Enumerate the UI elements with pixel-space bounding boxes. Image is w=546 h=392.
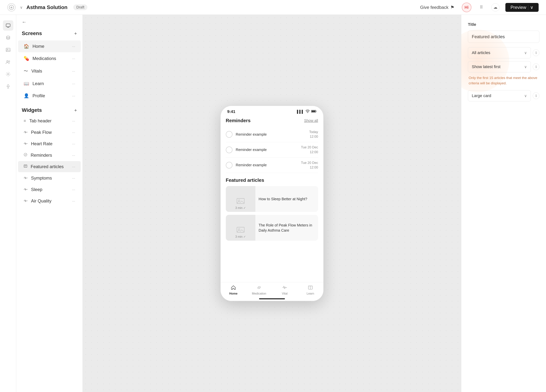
preview-dropdown-icon[interactable]: ∨ xyxy=(528,5,533,10)
sidebar-icon-screens[interactable] xyxy=(3,20,13,31)
widget-item-symptoms[interactable]: Symptoms ··· xyxy=(18,173,81,184)
read-time: 3 min ✓ xyxy=(235,206,246,210)
home-dots[interactable]: ··· xyxy=(72,44,75,49)
vitals-dots[interactable]: ··· xyxy=(72,69,75,73)
tab-header-icon: ≡ xyxy=(24,118,26,123)
card-style-label: Large card xyxy=(472,93,491,98)
sort-info-icon[interactable]: ℹ xyxy=(533,64,539,70)
article-title: How to Sleep Better at Night? xyxy=(259,196,307,202)
home-indicator xyxy=(259,298,285,299)
reminder-checkbox[interactable] xyxy=(226,162,233,168)
screens-panel: ← Screens + 🏠 Home ··· 💊 Medications ···… xyxy=(16,15,83,392)
screens-title: Screens xyxy=(22,31,42,36)
widget-item-tab-header[interactable]: ≡ Tab header ··· xyxy=(18,115,81,126)
sleep-label: Sleep xyxy=(31,187,69,192)
phone-nav-label: Medication xyxy=(252,292,266,295)
screen-item-home[interactable]: 🏠 Home ··· xyxy=(18,40,81,52)
phone-mockup: 9:41 ▌▌▌ Reminders Show all xyxy=(220,106,324,301)
sidebar-icon-users[interactable] xyxy=(3,57,13,67)
phone-nav-home[interactable]: Home xyxy=(221,285,246,295)
phone-nav-icon xyxy=(282,285,287,291)
svg-point-8 xyxy=(7,61,8,62)
filter-dropdown[interactable]: All articles ∨ xyxy=(468,47,531,58)
grid-icon[interactable]: ⠿ xyxy=(477,3,485,12)
sidebar-icon-settings[interactable] xyxy=(3,69,13,79)
heart-rate-dots[interactable]: ··· xyxy=(72,142,75,146)
sort-dropdown[interactable]: Show latest first ∨ xyxy=(468,61,531,72)
wifi-icon xyxy=(306,110,310,114)
featured-articles-dots[interactable]: ··· xyxy=(72,165,75,169)
filter-row: All articles ∨ ℹ xyxy=(468,47,539,58)
phone-featured-title: Featured articles xyxy=(226,177,318,183)
air-quality-icon xyxy=(24,199,28,203)
add-widget-button[interactable]: + xyxy=(74,107,77,113)
sort-chevron-icon: ∨ xyxy=(524,64,527,69)
sidebar-icon-media[interactable] xyxy=(3,45,13,55)
topbar-title: Asthma Solution xyxy=(26,4,67,10)
widgets-title: Widgets xyxy=(22,107,42,113)
topbar: ⊕ ∨ Asthma Solution Draft Give feedback … xyxy=(0,0,546,15)
learn-dots[interactable]: ··· xyxy=(72,82,75,86)
widget-item-sleep[interactable]: Sleep ··· xyxy=(18,184,81,195)
reminder-list: Reminder example Today12:00 Reminder exa… xyxy=(226,127,318,173)
peak-flow-dots[interactable]: ··· xyxy=(72,130,75,135)
article-card[interactable]: 3 min ✓ The Role of Peak Flow Meters in … xyxy=(226,215,318,241)
sort-label: Show latest first xyxy=(472,64,500,69)
draft-badge: Draft xyxy=(73,4,87,10)
right-panel-section-label: Title xyxy=(468,22,539,27)
sidebar-icon-data[interactable] xyxy=(3,32,13,43)
widget-item-featured-articles[interactable]: Featured articles ··· xyxy=(18,161,81,172)
sidebar-icon-launch[interactable] xyxy=(3,81,13,91)
screen-item-medications[interactable]: 💊 Medications ··· xyxy=(18,53,81,64)
reminder-item: Reminder example Today12:00 xyxy=(226,127,318,142)
show-all-link[interactable]: Show all xyxy=(304,118,318,123)
svg-rect-6 xyxy=(6,48,10,51)
article-cards-list: 3 min ✓ How to Sleep Better at Night? 3 … xyxy=(226,186,318,241)
preview-button[interactable]: Preview ∨ xyxy=(505,3,539,12)
widget-items-list: ≡ Tab header ··· Peak Flow ··· Heart Rat… xyxy=(16,115,83,207)
tab-header-dots[interactable]: ··· xyxy=(72,119,75,123)
profile-dots[interactable]: ··· xyxy=(72,94,75,98)
give-feedback-button[interactable]: Give feedback ⚑ xyxy=(420,5,454,10)
card-style-dropdown[interactable]: Large card ∨ xyxy=(468,90,531,101)
svg-text:⊕: ⊕ xyxy=(10,6,13,9)
back-arrow[interactable]: ← xyxy=(22,19,26,25)
screen-item-learn[interactable]: 📖 Learn ··· xyxy=(18,78,81,90)
reminder-item: Reminder example Tue 20 Dec12:00 xyxy=(226,142,318,157)
reminder-date: Tue 20 Dec12:00 xyxy=(301,161,318,170)
logo-icon[interactable]: ⊕ xyxy=(7,3,15,12)
symptoms-dots[interactable]: ··· xyxy=(72,176,75,180)
air-quality-label: Air Quality xyxy=(31,198,69,204)
widget-item-peak-flow[interactable]: Peak Flow ··· xyxy=(18,127,81,138)
screen-item-profile[interactable]: 👤 Profile ··· xyxy=(18,90,81,102)
title-input[interactable] xyxy=(468,31,539,43)
filter-info-icon[interactable]: ℹ xyxy=(533,50,539,56)
add-screen-button[interactable]: + xyxy=(74,31,77,36)
svg-rect-19 xyxy=(312,110,315,112)
phone-nav-medication[interactable]: Medication xyxy=(246,285,272,295)
widget-item-heart-rate[interactable]: Heart Rate ··· xyxy=(18,138,81,149)
phone-nav-learn[interactable]: Learn xyxy=(298,285,323,295)
reminders-dots[interactable]: ··· xyxy=(72,153,75,157)
phone-nav-label: Home xyxy=(229,292,237,295)
article-text: How to Sleep Better at Night? xyxy=(255,186,311,212)
air-quality-dots[interactable]: ··· xyxy=(72,199,75,203)
phone-nav-vital[interactable]: Vital xyxy=(272,285,298,295)
cloud-icon[interactable]: ☁ xyxy=(491,3,500,12)
topbar-chevron[interactable]: ∨ xyxy=(20,5,23,10)
icon-sidebar xyxy=(0,15,16,392)
sleep-dots[interactable]: ··· xyxy=(72,187,75,192)
widget-item-reminders[interactable]: Reminders ··· xyxy=(18,150,81,161)
user-avatar[interactable]: Hi xyxy=(462,3,471,12)
svg-point-10 xyxy=(7,73,9,75)
phone-nav-label: Learn xyxy=(307,292,314,295)
medications-dots[interactable]: ··· xyxy=(72,57,75,61)
screen-item-vitals[interactable]: 〜 Vitals ··· xyxy=(18,65,81,77)
reminder-checkbox[interactable] xyxy=(226,147,233,153)
article-card[interactable]: 3 min ✓ How to Sleep Better at Night? xyxy=(226,186,318,212)
reminder-checkbox[interactable] xyxy=(226,131,233,138)
widget-item-air-quality[interactable]: Air Quality ··· xyxy=(18,195,81,206)
svg-rect-20 xyxy=(237,198,244,204)
card-style-info-icon[interactable]: ℹ xyxy=(533,92,539,99)
heart-rate-icon xyxy=(24,141,28,146)
